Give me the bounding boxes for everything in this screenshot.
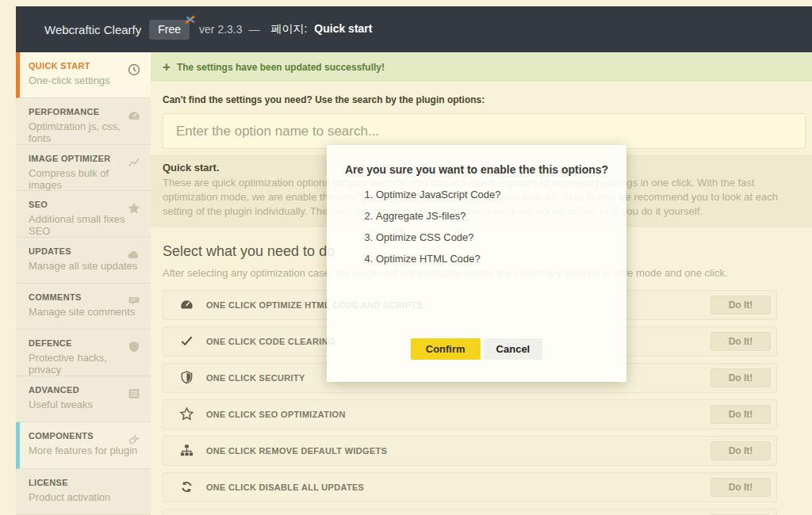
row-disable-comments: ONE CLICK DISABLE ALL COMMENTS Do It! bbox=[163, 509, 777, 515]
sidebar-item-label: PERFORMANCE bbox=[29, 107, 141, 116]
confirm-button[interactable]: Confirm bbox=[411, 338, 481, 360]
cancel-button[interactable]: Cancel bbox=[484, 338, 543, 360]
confirm-option-list: Optimize JavaScript Code? Aggregate JS-f… bbox=[327, 189, 626, 265]
sidebar-item-sublabel: Useful tweaks bbox=[29, 399, 141, 410]
shield-icon bbox=[179, 370, 194, 385]
success-notice: + The settings have been updated success… bbox=[151, 52, 812, 82]
gauge-icon bbox=[179, 297, 194, 312]
row-remove-widgets: ONE CLICK REMOVE DEFAULT WIDGETS Do It! bbox=[163, 436, 777, 466]
row-seo-optimization: ONE CLICK SEO OPTIMIZATION Do It! bbox=[163, 399, 777, 429]
clock-icon bbox=[127, 63, 141, 77]
sidebar-item-label: SEO bbox=[29, 200, 141, 209]
sidebar-item-sublabel: Manage all site updates bbox=[29, 260, 141, 272]
do-it-button[interactable]: Do It! bbox=[710, 405, 771, 424]
check-icon bbox=[179, 334, 194, 349]
search-section: Can't find the settings you need? Use th… bbox=[151, 82, 812, 149]
do-it-button[interactable]: Do It! bbox=[710, 368, 771, 387]
update-icon bbox=[179, 479, 194, 494]
sidebar-item-label: COMMENTS bbox=[29, 292, 141, 302]
confirm-dialog-title: Are you sure you want to enable the this… bbox=[327, 163, 626, 176]
clearfy-settings-page: Webcraftic Clearfy Free ver 2.3.3 — 페이지:… bbox=[0, 0, 812, 515]
sidebar-item-label: LICENSE bbox=[29, 478, 141, 487]
sidebar-item-label: DEFENCE bbox=[29, 338, 141, 348]
sidebar-item-advanced[interactable]: ADVANCED Useful tweaks bbox=[16, 376, 151, 422]
plugin-header-bar: Webcraftic Clearfy Free ver 2.3.3 — 페이지:… bbox=[16, 6, 812, 52]
settings-sidebar: QUICK START One-click settings PERFORMAN… bbox=[16, 52, 151, 515]
confirm-option: Optimize CSS Code? bbox=[376, 231, 626, 243]
do-it-button[interactable]: Do It! bbox=[710, 296, 771, 315]
sidebar-item-quick-start[interactable]: QUICK START One-click settings bbox=[16, 52, 151, 98]
confirm-dialog: Are you sure you want to enable the this… bbox=[327, 145, 626, 382]
success-notice-text: The settings have been updated successfu… bbox=[177, 62, 385, 73]
do-it-button[interactable]: Do It! bbox=[710, 441, 771, 460]
cloud-icon bbox=[127, 248, 141, 262]
sidebar-item-defence[interactable]: DEFENCE Protective hacks, privacy bbox=[16, 330, 151, 376]
sidebar-item-sublabel: Additional small fixes SEO bbox=[29, 213, 141, 237]
list-icon bbox=[127, 387, 141, 401]
sidebar-item-seo[interactable]: SEO Additional small fixes SEO bbox=[16, 191, 151, 237]
sidebar-item-label: IMAGE OPTIMIZER bbox=[29, 154, 141, 163]
row-label: ONE CLICK REMOVE DEFAULT WIDGETS bbox=[206, 446, 710, 456]
search-input[interactable] bbox=[163, 113, 806, 149]
sidebar-item-sublabel: Optimization js, css, fonts bbox=[29, 120, 141, 144]
star-icon bbox=[179, 406, 194, 422]
sitemap-icon bbox=[179, 443, 194, 458]
page-label: 페이지: bbox=[271, 22, 308, 35]
sidebar-item-sublabel: More features for plugin bbox=[29, 444, 141, 456]
sidebar-item-updates[interactable]: UPDATES Manage all site updates bbox=[16, 238, 151, 284]
version-label: ver 2.3.3 bbox=[199, 23, 242, 36]
sidebar-item-image-optimizer[interactable]: IMAGE OPTIMIZER Compress bulk of images bbox=[16, 145, 151, 191]
comment-icon bbox=[127, 294, 141, 308]
sidebar-item-components[interactable]: COMPONENTS More features for plugin bbox=[16, 422, 151, 468]
confirm-option: Optimize HTML Code? bbox=[376, 253, 626, 265]
do-it-button[interactable]: Do It! bbox=[710, 478, 771, 497]
search-label: Can't find the settings you need? Use th… bbox=[163, 94, 806, 105]
gauge-icon bbox=[127, 109, 141, 123]
confirm-option: Aggregate JS-files? bbox=[376, 210, 626, 222]
free-badge-label: Free bbox=[158, 23, 181, 36]
confirm-option: Optimize JavaScript Code? bbox=[376, 189, 626, 200]
sidebar-item-sublabel: Compress bulk of images bbox=[29, 167, 141, 191]
sidebar-item-license[interactable]: LICENSE Product activation bbox=[16, 469, 151, 515]
row-label: ONE CLICK SEO OPTIMIZATION bbox=[206, 410, 710, 419]
confirm-dialog-actions: Confirm Cancel bbox=[327, 338, 626, 360]
sidebar-item-performance[interactable]: PERFORMANCE Optimization js, css, fonts bbox=[16, 98, 151, 144]
sidebar-item-label: UPDATES bbox=[29, 246, 141, 256]
brand-title: Webcraftic Clearfy bbox=[44, 23, 141, 36]
sidebar-item-label: QUICK START bbox=[29, 61, 141, 71]
sidebar-item-label: COMPONENTS bbox=[29, 431, 141, 441]
do-it-button[interactable]: Do It! bbox=[710, 332, 771, 351]
shield-icon bbox=[127, 340, 141, 354]
plus-icon: + bbox=[163, 59, 170, 75]
sidebar-item-sublabel: Manage site comments bbox=[29, 306, 141, 318]
sidebar-item-comments[interactable]: COMMENTS Manage site comments bbox=[16, 284, 151, 330]
free-badge: Free bbox=[149, 20, 190, 40]
sidebar-item-label: ADVANCED bbox=[29, 385, 141, 395]
sidebar-item-sublabel: One-click settings bbox=[29, 74, 141, 86]
sidebar-item-sublabel: Protective hacks, privacy bbox=[29, 352, 141, 376]
header-dash: — bbox=[249, 23, 260, 36]
page-title: Quick start bbox=[314, 22, 372, 35]
breadcrumb: 페이지: Quick start bbox=[271, 22, 373, 36]
row-disable-updates: ONE CLICK DISABLE ALL UPDATES Do It! bbox=[163, 472, 777, 502]
star-icon bbox=[127, 201, 141, 216]
row-label: ONE CLICK DISABLE ALL UPDATES bbox=[206, 483, 710, 492]
sidebar-item-sublabel: Product activation bbox=[29, 491, 141, 503]
plug-icon bbox=[127, 433, 141, 447]
chart-icon bbox=[127, 155, 141, 170]
spark-icon bbox=[184, 13, 197, 25]
